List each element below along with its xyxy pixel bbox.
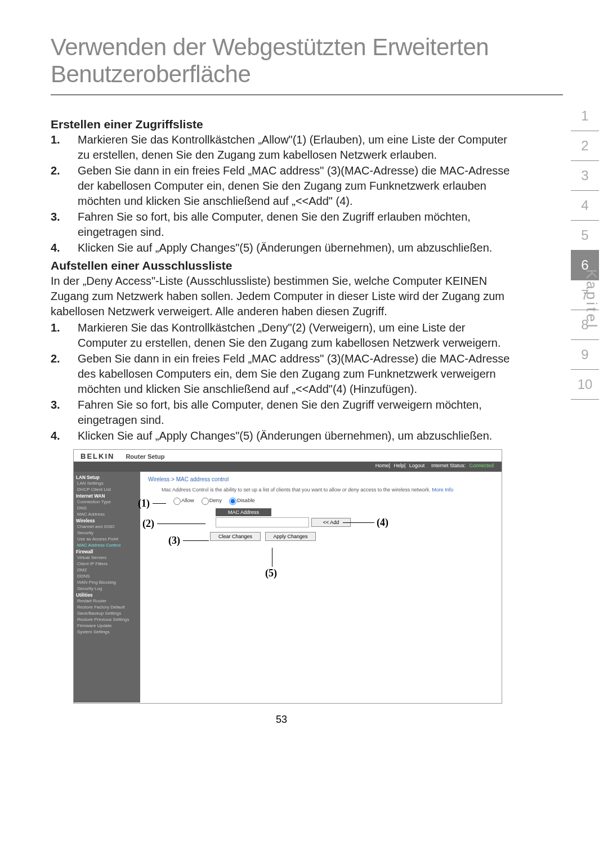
kapitel-label: Kapitel — [583, 269, 600, 330]
sidebar-item[interactable]: WAN Ping Blocking — [76, 579, 138, 585]
list-item: 2.Geben Sie dann in ein freies Feld „MAC… — [51, 351, 512, 397]
topbar-help[interactable]: Help — [394, 463, 404, 468]
mac-desc: Mac Address Control is the ability to se… — [162, 487, 494, 493]
item-text: Fahren Sie so fort, bis alle Computer, d… — [78, 211, 471, 238]
sidebar-item[interactable]: MAC Address — [76, 511, 138, 517]
item-number: 4. — [51, 240, 60, 256]
sidebar-item[interactable]: DMZ — [76, 567, 138, 573]
sidebar-item[interactable]: Restart Router — [76, 598, 138, 604]
chapter-2[interactable]: 2 — [571, 131, 599, 161]
item-number: 2. — [51, 163, 60, 178]
item-number: 3. — [51, 209, 60, 225]
sidebar-item[interactable]: LAN Settings — [76, 480, 138, 486]
topbar-logout[interactable]: Logout — [409, 463, 425, 468]
sidebar-item[interactable]: Connection Type — [76, 499, 138, 505]
radio-line: Allow Deny Disable — [171, 496, 494, 505]
chapter-5[interactable]: 5 — [571, 221, 599, 250]
sidebar-item[interactable]: Use as Access Point — [76, 536, 138, 542]
status-value: Connected — [469, 463, 494, 468]
apply-changes-button[interactable]: Apply Changes — [265, 532, 316, 541]
router-setup-label: Router Setup — [126, 453, 164, 460]
chapter-1[interactable]: 1 — [571, 101, 599, 131]
shot-main: Wireless > MAC address control Mac Addre… — [140, 472, 502, 703]
sidebar-firewall: Firewall — [76, 549, 138, 554]
annot-line — [272, 548, 272, 567]
item-number: 4. — [51, 428, 60, 444]
item-number: 2. — [51, 351, 60, 366]
mac-box: MAC Address << Add — [216, 508, 494, 527]
section1-list: 1.Markieren Sie das Kontrollkästchen „Al… — [51, 132, 512, 256]
annot-3: (3) — [168, 535, 180, 547]
sidebar-item[interactable]: Security — [76, 530, 138, 536]
sidebar-item[interactable]: DNS — [76, 505, 138, 511]
list-item: 2.Geben Sie dann in ein freies Feld „MAC… — [51, 163, 512, 209]
list-item: 4.Klicken Sie auf „Apply Changes"(5) (Än… — [51, 428, 512, 444]
mac-input[interactable] — [216, 517, 309, 527]
annot-4: (4) — [377, 517, 388, 529]
disable-radio[interactable]: Disable — [226, 496, 255, 505]
sidebar-item[interactable]: System Settings — [76, 629, 138, 635]
status-label: Internet Status: — [431, 463, 466, 468]
chapter-4[interactable]: 4 — [571, 191, 599, 221]
annot-line — [343, 522, 374, 523]
section1-heading: Erstellen einer Zugriffsliste — [51, 118, 512, 131]
item-text: Fahren Sie so fort, bis alle Computer, d… — [78, 399, 482, 426]
sidebar-item[interactable]: Firmware Update — [76, 623, 138, 629]
sidebar-item[interactable]: DDNS — [76, 573, 138, 579]
annot-1: (1) — [138, 498, 150, 509]
annot-line — [183, 540, 209, 541]
section2-heading: Aufstellen einer Ausschlussliste — [51, 259, 512, 272]
belkin-logo: BELKIN — [81, 452, 114, 460]
sidebar-item[interactable]: Client IP Filters — [76, 561, 138, 567]
more-info-link[interactable]: More Info — [432, 487, 453, 493]
list-item: 3.Fahren Sie so fort, bis alle Computer,… — [51, 209, 512, 240]
sidebar-item-active[interactable]: MAC Address Control — [76, 542, 138, 548]
list-item: 1.Markieren Sie das Kontrollkästchen „Al… — [51, 132, 512, 163]
router-screenshot: BELKIN Router Setup Home| Help| Logout I… — [73, 449, 502, 704]
annot-line — [157, 524, 205, 524]
topbar-home[interactable]: Home — [375, 463, 389, 468]
item-text: Klicken Sie auf „Apply Changes"(5) (Ände… — [78, 429, 492, 442]
sidebar-item[interactable]: Virtual Servers — [76, 554, 138, 561]
section2-intro: In der „Deny Access"-Liste (Ausschlussli… — [51, 274, 512, 319]
item-number: 1. — [51, 320, 60, 335]
page-number: 53 — [51, 714, 512, 726]
sidebar-item[interactable]: Save/Backup Settings — [76, 610, 138, 616]
annot-line — [153, 503, 166, 504]
clear-changes-button[interactable]: Clear Changes — [210, 532, 261, 541]
sidebar-item[interactable]: Channel and SSID — [76, 524, 138, 530]
sidebar-utilities: Utilities — [76, 593, 138, 598]
annot-2: (2) — [142, 518, 154, 530]
sidebar-internet-wan: Internet WAN — [76, 494, 138, 499]
sidebar-item[interactable]: Security Log — [76, 585, 138, 592]
chapter-nav: 1 2 3 4 5 6 7 8 9 10 — [571, 101, 599, 400]
shot-topbar: Home| Help| Logout Internet Status: Conn… — [74, 462, 502, 472]
item-text: Markieren Sie das Kontrollkästchen „Allo… — [78, 133, 507, 161]
item-text: Geben Sie dann in ein freies Feld „MAC a… — [78, 164, 509, 207]
list-item: 4.Klicken Sie auf „Apply Changes"(5) (Än… — [51, 240, 512, 256]
item-text: Markieren Sie das Kontrollkästchen „Deny… — [78, 321, 501, 349]
sidebar-wireless: Wireless — [76, 518, 138, 524]
desc-text: Mac Address Control is the ability to se… — [162, 487, 431, 493]
section2-list: 1.Markieren Sie das Kontrollkästchen „De… — [51, 320, 512, 444]
shot-header: BELKIN Router Setup — [74, 450, 502, 462]
annot-5: (5) — [265, 567, 277, 579]
chapter-3[interactable]: 3 — [571, 161, 599, 191]
allow-radio[interactable]: Allow — [171, 496, 194, 505]
page-title: Verwenden der Webgestützten Erweiterten … — [51, 34, 563, 95]
item-text: Klicken Sie auf „Apply Changes"(5) (Ände… — [78, 241, 492, 254]
item-text: Geben Sie dann in ein freies Feld „MAC a… — [78, 352, 509, 395]
deny-radio[interactable]: Deny — [199, 496, 222, 505]
item-number: 3. — [51, 397, 60, 413]
sidebar-item[interactable]: Restore Factory Default — [76, 604, 138, 610]
list-item: 3.Fahren Sie so fort, bis alle Computer,… — [51, 397, 512, 428]
list-item: 1.Markieren Sie das Kontrollkästchen „De… — [51, 320, 512, 351]
sidebar-lan-setup: LAN Setup — [76, 475, 138, 480]
breadcrumb: Wireless > MAC address control — [148, 476, 494, 482]
chapter-9[interactable]: 9 — [571, 340, 599, 370]
item-number: 1. — [51, 132, 60, 147]
chapter-10[interactable]: 10 — [571, 370, 599, 400]
sidebar-item[interactable]: DHCP Client List — [76, 486, 138, 493]
sidebar-item[interactable]: Restore Previous Settings — [76, 616, 138, 623]
shot-sidebar: LAN Setup LAN Settings DHCP Client List … — [74, 472, 140, 703]
